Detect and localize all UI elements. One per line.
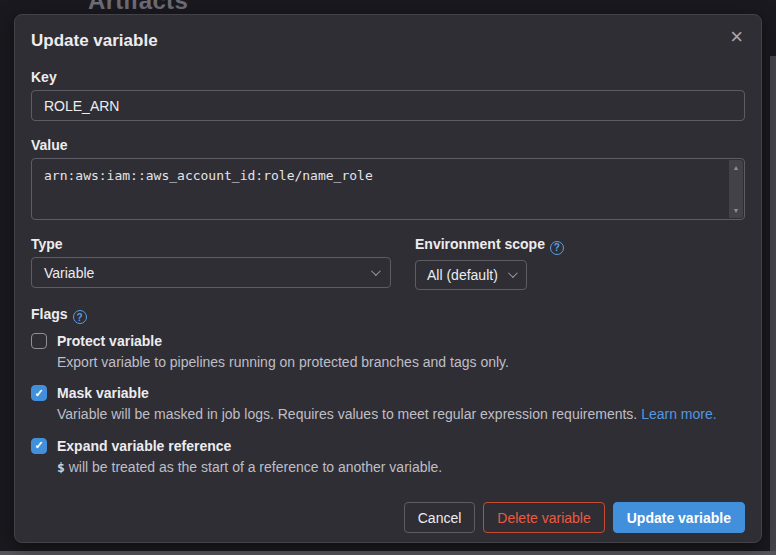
protect-variable-checkbox[interactable]	[31, 333, 47, 349]
mask-variable-checkbox[interactable]	[31, 385, 47, 401]
scroll-down-icon[interactable]: ▼	[729, 207, 743, 214]
cancel-button[interactable]: Cancel	[404, 502, 476, 533]
expand-variable-label: Expand variable reference	[57, 438, 231, 454]
textarea-scrollbar[interactable]: ▲ ▼	[729, 160, 743, 218]
environment-scope-label: Environment scope	[415, 236, 564, 255]
chevron-down-icon	[508, 268, 518, 278]
mask-variable-description-text: Variable will be masked in job logs. Req…	[57, 406, 637, 422]
value-text[interactable]: arn:aws:iam::aws_account_id:role/name_ro…	[32, 159, 744, 192]
key-label: Key	[31, 69, 745, 85]
close-icon[interactable]: ×	[728, 29, 745, 45]
key-input[interactable]	[31, 90, 745, 121]
flag-expand-variable-reference: Expand variable reference $ will be trea…	[31, 438, 745, 478]
protect-variable-description: Export variable to pipelines running on …	[57, 352, 745, 372]
mask-variable-row[interactable]: Mask variable	[31, 385, 745, 401]
environment-scope-group: Environment scope All (default)	[415, 236, 564, 290]
background-page-heading: Artifacts	[88, 0, 188, 15]
help-icon[interactable]	[73, 310, 87, 324]
flag-mask-variable: Mask variable Variable will be masked in…	[31, 385, 745, 424]
expand-variable-description: $ will be treated as the start of a refe…	[57, 457, 745, 478]
flags-label: Flags	[31, 306, 745, 325]
environment-scope-selected-value: All (default)	[427, 267, 498, 283]
type-env-row: Type Variable Environment scope All (def…	[31, 236, 745, 290]
environment-scope-label-text: Environment scope	[415, 236, 545, 252]
expand-variable-checkbox[interactable]	[31, 438, 47, 454]
update-variable-button[interactable]: Update variable	[613, 502, 745, 533]
flags-label-text: Flags	[31, 306, 68, 322]
dollar-code-token: $	[57, 460, 65, 475]
protect-variable-label: Protect variable	[57, 333, 162, 349]
protect-variable-row[interactable]: Protect variable	[31, 333, 745, 349]
flag-protect-variable: Protect variable Export variable to pipe…	[31, 333, 745, 372]
type-selected-value: Variable	[44, 265, 94, 281]
chevron-down-icon	[371, 266, 381, 276]
mask-variable-label: Mask variable	[57, 385, 149, 401]
help-icon[interactable]	[550, 241, 564, 255]
delete-variable-button[interactable]: Delete variable	[483, 502, 604, 533]
page-scrollbar-vertical[interactable]	[770, 56, 776, 555]
modal-title: Update variable	[31, 31, 158, 51]
mask-variable-description: Variable will be masked in job logs. Req…	[57, 404, 745, 424]
page-scrollbar-horizontal[interactable]	[0, 551, 776, 555]
update-variable-modal: Update variable × Key Value arn:aws:iam:…	[14, 14, 762, 543]
flags-section: Flags Protect variable Export variable t…	[31, 306, 745, 478]
type-field-group: Type Variable	[31, 236, 391, 290]
modal-footer: Cancel Delete variable Update variable	[31, 502, 745, 533]
value-field-group: Value arn:aws:iam::aws_account_id:role/n…	[31, 137, 745, 220]
key-field-group: Key	[31, 69, 745, 121]
type-label: Type	[31, 236, 391, 252]
modal-header: Update variable ×	[31, 31, 745, 51]
value-label: Value	[31, 137, 745, 153]
expand-variable-description-text: will be treated as the start of a refere…	[69, 459, 443, 475]
environment-scope-select[interactable]: All (default)	[415, 260, 527, 290]
expand-variable-row[interactable]: Expand variable reference	[31, 438, 745, 454]
scroll-up-icon[interactable]: ▲	[729, 164, 743, 171]
value-textarea[interactable]: arn:aws:iam::aws_account_id:role/name_ro…	[31, 158, 745, 220]
type-select[interactable]: Variable	[31, 257, 391, 288]
learn-more-link[interactable]: Learn more.	[641, 406, 716, 422]
